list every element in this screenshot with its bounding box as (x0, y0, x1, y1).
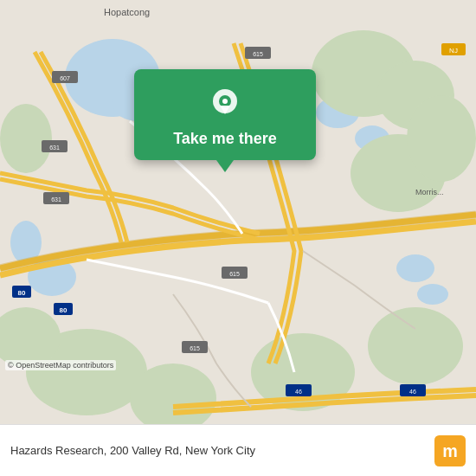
svg-text:46: 46 (295, 389, 302, 395)
svg-point-12 (407, 95, 476, 182)
svg-text:m: m (442, 441, 458, 460)
address-text: Hazards Research, 200 Valley Rd, New Yor… (10, 444, 434, 457)
svg-text:615: 615 (253, 51, 263, 57)
svg-text:615: 615 (190, 345, 200, 351)
svg-text:607: 607 (60, 75, 70, 81)
take-me-there-button[interactable]: Take me there (173, 130, 277, 148)
svg-text:631: 631 (49, 145, 60, 151)
svg-text:Morris...: Morris... (415, 188, 444, 196)
bottom-bar: Hazards Research, 200 Valley Rd, New Yor… (0, 424, 476, 476)
osm-attribution: © OpenStreetMap contributors (5, 360, 116, 370)
svg-point-18 (0, 104, 52, 173)
svg-point-45 (222, 99, 228, 104)
pin-icon (208, 87, 242, 121)
svg-text:80: 80 (18, 289, 26, 297)
svg-text:615: 615 (229, 271, 240, 277)
svg-text:631: 631 (51, 196, 61, 203)
moovit-logo: m (434, 435, 466, 466)
svg-text:80: 80 (60, 306, 68, 314)
svg-text:Hopatcong: Hopatcong (104, 7, 150, 17)
svg-point-5 (396, 254, 434, 282)
svg-text:46: 46 (409, 389, 416, 395)
map-container: 80 80 607 615 631 631 615 615 46 46 NJ H… (0, 0, 476, 424)
moovit-logo-icon: m (434, 435, 466, 466)
navigation-popup[interactable]: Take me there (134, 69, 316, 160)
svg-point-6 (417, 284, 448, 305)
svg-text:NJ: NJ (449, 47, 458, 55)
svg-point-16 (368, 307, 463, 385)
